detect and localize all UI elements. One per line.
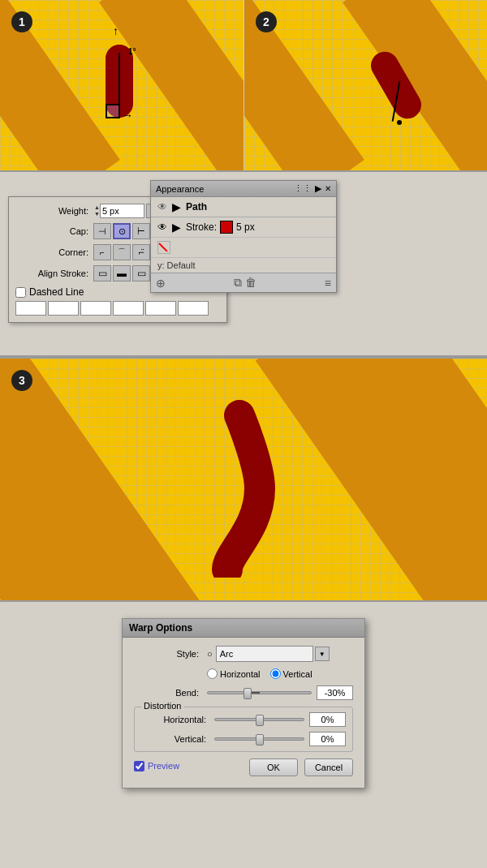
warp-titlebar: Warp Options [123,619,364,638]
bottom-section: Warp Options Style: ○ Arc ▼ Horizontal [0,600,487,809]
vertical-radio[interactable] [270,668,281,679]
panel-grip[interactable]: ⋮⋮ [294,183,312,194]
cap-buttons: ⊣ ⊙ ⊢ [93,223,152,239]
horiz-dist-value[interactable]: 0% [309,712,346,727]
no-fill-icon[interactable] [157,241,170,254]
dash-input-2[interactable] [80,301,111,316]
appearance-copy-icon[interactable]: ⧉ [234,276,242,290]
appearance-style-icon[interactable]: ⊕ [156,277,166,290]
vert-dist-thumb[interactable] [256,734,264,746]
align-label: Align Stroke: [15,269,88,278]
bend-slider-track[interactable] [207,691,312,694]
style-row: Style: ○ Arc ▼ [134,646,353,662]
vertical-label: Vertical [283,669,312,679]
cancel-button[interactable]: Cancel [304,758,353,776]
horiz-dist-label: Horizontal: [141,715,206,724]
warp-title: Warp Options [129,622,192,634]
align-buttons: ▭ ▬ ▭ [93,265,152,281]
corner-label: Corner: [15,247,88,257]
expand-arrow[interactable]: ▶ [172,200,181,213]
align-center-btn[interactable]: ▭ [93,265,111,281]
cap-butt-btn[interactable]: ⊣ [93,223,111,239]
appearance-panel: Appearance ⋮⋮ ▶ ✕ 👁 ▶ Path 👁 ▶ Stroke: 5… [150,180,337,293]
distortion-legend: Distortion [141,701,183,711]
bend-value-box[interactable]: -30% [317,685,353,700]
horizontal-label: Horizontal [220,669,261,679]
stroke-color-swatch[interactable] [220,221,233,234]
orientation-radio-group: Horizontal Vertical [207,668,312,679]
style-label: Style: [134,649,199,659]
style-select[interactable]: Arc [216,646,313,662]
appearance-delete-icon[interactable]: 🗑 [245,276,256,290]
align-outside-btn[interactable]: ▭ [132,265,150,281]
step1-badge: 1 [11,11,32,32]
type-label: y: Default [157,260,195,270]
top-row: 1 1° ↑ → 2 [0,0,487,170]
horizontal-radio-label[interactable]: Horizontal [207,668,261,679]
warp-options-dialog: Warp Options Style: ○ Arc ▼ Horizontal [122,618,365,789]
dashed-line-label: Dashed Line [29,286,84,298]
visibility-icon[interactable]: 👁 [157,201,167,213]
panel-step2: 2 [244,0,487,170]
ok-button[interactable]: OK [249,758,298,776]
panel-menu-arrow[interactable]: ▶ [315,183,321,194]
weight-label: Weight: [15,206,88,216]
weight-input[interactable]: 5 px [100,204,144,218]
appearance-bottom-bar: ⊕ ⧉ 🗑 ≡ [151,273,336,292]
style-select-arrow[interactable]: ▼ [315,647,330,661]
stroke-expand-arrow[interactable]: ▶ [172,221,181,234]
corner-bevel-btn[interactable]: ⌐̈ [132,244,150,260]
gap-input-3[interactable] [178,301,209,316]
dashed-line-checkbox[interactable] [15,287,26,298]
corner-round-btn[interactable]: ⌒ [113,244,131,260]
preview-checkbox[interactable] [134,761,144,771]
weight-arrows[interactable]: ▲ ▼ [94,204,100,217]
vertical-radio-label[interactable]: Vertical [270,668,312,679]
cap-round-btn[interactable]: ⊙ [113,223,131,239]
corner-miter-btn[interactable]: ⌐ [93,244,111,260]
dash-input-3[interactable] [145,301,176,316]
weight-up-arrow[interactable]: ▲ [94,204,100,211]
stroke-text-label: Stroke: [186,221,217,233]
cap-label: Cap: [15,226,88,236]
selection-box [106,104,120,118]
step3-badge: 3 [11,370,32,391]
section3-stripe-1 [0,357,199,600]
appearance-type-row: y: Default [151,257,336,273]
gap-input-1[interactable] [48,301,79,316]
corner-buttons: ⌐ ⌒ ⌐̈ [93,244,152,260]
preview-label: Preview [148,761,179,771]
bend-label: Bend: [134,688,199,698]
cap-projecting-btn[interactable]: ⊢ [132,223,150,239]
curved-red-shape [195,399,292,580]
arrow-up-indicator: ↑ [113,24,119,37]
align-inside-btn[interactable]: ▬ [113,265,131,281]
stroke-visibility-icon[interactable]: 👁 [157,221,167,233]
horiz-dist-slider-track[interactable] [214,718,304,721]
bend-row: Bend: -30% [134,685,353,700]
orientation-row: Horizontal Vertical [134,668,353,679]
weight-down-arrow[interactable]: ▼ [94,211,100,217]
horiz-dist-thumb[interactable] [256,715,264,726]
style-select-value: Arc [220,649,234,659]
warp-buttons: OK Cancel [249,758,353,780]
vert-dist-value[interactable]: 0% [309,732,346,746]
stroke-value: 5 px [236,221,255,233]
arrow-right-indicator: → [122,109,133,122]
appearance-path-row: 👁 ▶ Path [151,197,336,217]
appearance-more-icon[interactable]: ≡ [325,277,331,290]
middle-section: Weight: ▲ ▼ 5 px ▼ Cap: ⊣ ⊙ ⊢ Corner: [0,170,487,357]
dash-input-row [15,301,220,316]
dash-input-1[interactable] [15,301,46,316]
vert-dist-slider-track[interactable] [214,737,304,741]
bend-slider-thumb[interactable] [244,688,252,699]
panel-step1: 1 1° ↑ → [0,0,244,170]
horiz-dist-row: Horizontal: 0% [141,712,346,727]
panel-close-btn[interactable]: ✕ [325,184,331,193]
vert-dist-row: Vertical: 0% [141,732,346,746]
horizontal-radio[interactable] [207,668,218,679]
appearance-title: Appearance [156,184,204,194]
section-step3: 3 [0,357,487,600]
preview-row: Preview [134,761,179,771]
gap-input-2[interactable] [113,301,144,316]
